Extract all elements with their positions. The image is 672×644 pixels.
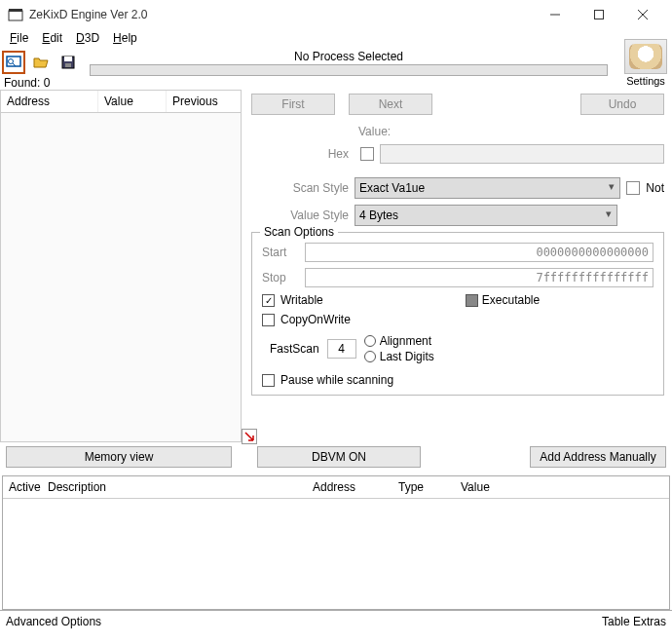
writable-checkbox[interactable] <box>262 294 275 307</box>
maximize-button[interactable] <box>577 0 620 29</box>
svg-rect-10 <box>64 57 72 61</box>
scan-style-select[interactable]: Exact Va1ue <box>355 177 620 199</box>
lastdigits-radio[interactable] <box>364 351 376 362</box>
executable-label: Executable <box>482 293 540 307</box>
toolbar: No Process Selected Settings <box>0 49 672 76</box>
title-bar: ZeKixD Engine Ver 2.0 <box>0 0 672 29</box>
process-label: No Process Selected <box>294 50 403 63</box>
open-file-icon[interactable] <box>29 51 53 74</box>
menu-help[interactable]: Help <box>107 29 143 49</box>
menu-edit[interactable]: Edit <box>36 29 68 49</box>
scan-options-label: Scan Options <box>260 225 338 239</box>
value-style-select[interactable]: 4 Bytes <box>355 205 617 226</box>
svg-point-7 <box>9 59 14 64</box>
scan-options-group: Scan Options Start Stop Writable Executa… <box>251 232 664 396</box>
th-address[interactable]: Address <box>307 476 392 498</box>
writable-label: Writable <box>280 293 323 307</box>
pause-label: Pause while scanning <box>280 373 393 387</box>
lastdigits-label: Last Digits <box>380 350 434 363</box>
first-scan-button[interactable]: First <box>251 94 335 115</box>
undo-scan-button[interactable]: Undo <box>580 94 664 115</box>
copyonwrite-label: CopyOnWrite <box>280 313 351 326</box>
svg-rect-0 <box>9 11 22 20</box>
pause-checkbox[interactable] <box>262 374 275 387</box>
alignment-radio[interactable] <box>364 335 376 347</box>
window-title: ZeKixD Engine Ver 2.0 <box>29 8 147 21</box>
th-description[interactable]: Description <box>42 476 307 498</box>
found-count: Found: 0 <box>0 76 672 90</box>
minimize-button[interactable] <box>533 0 577 29</box>
stop-label: Stop <box>262 271 303 284</box>
menu-bar: File Edit D3D Help <box>0 29 672 49</box>
start-label: Start <box>262 246 303 259</box>
stop-input[interactable] <box>305 268 653 287</box>
fastscan-label: FastScan <box>270 342 319 356</box>
scan-style-label: Scan Style <box>251 181 349 195</box>
value-label: Value: <box>358 125 391 138</box>
not-label: Not <box>646 181 664 195</box>
memory-view-button[interactable]: Memory view <box>6 446 232 468</box>
menu-file[interactable]: File <box>4 29 34 49</box>
th-type[interactable]: Type <box>392 476 455 498</box>
dbvm-button[interactable]: DBVM ON <box>257 446 421 468</box>
hex-checkbox[interactable] <box>360 147 374 161</box>
col-previous[interactable]: Previous <box>167 91 241 112</box>
close-button[interactable] <box>620 0 664 29</box>
col-address[interactable]: Address <box>1 91 98 112</box>
svg-rect-1 <box>9 9 22 12</box>
menu-d3d[interactable]: D3D <box>70 29 105 49</box>
next-scan-button[interactable]: Next <box>349 94 432 115</box>
th-active[interactable]: Active <box>3 476 42 498</box>
svg-rect-3 <box>594 10 603 19</box>
start-input[interactable] <box>305 243 653 262</box>
settings-label[interactable]: Settings <box>626 75 665 87</box>
add-address-button[interactable]: Add Address Manually <box>530 446 666 468</box>
results-body[interactable] <box>0 113 242 442</box>
scan-pane: First Next Undo Value: Hex Scan Style Ex… <box>242 90 672 442</box>
col-value[interactable]: Value <box>98 91 167 112</box>
hex-label: Hex <box>251 147 349 161</box>
progress-bar <box>90 64 608 76</box>
th-value[interactable]: Value <box>455 476 669 498</box>
app-icon <box>8 7 23 22</box>
alignment-label: Alignment <box>380 334 431 348</box>
value-input[interactable] <box>380 144 664 164</box>
not-checkbox[interactable] <box>626 181 640 195</box>
expand-arrow-icon[interactable] <box>242 429 257 444</box>
svg-rect-11 <box>65 63 71 67</box>
table-extras-link[interactable]: Table Extras <box>602 615 666 628</box>
settings-thumbnail[interactable] <box>624 39 667 74</box>
advanced-options-link[interactable]: Advanced Options <box>6 615 101 628</box>
results-pane: Address Value Previous <box>0 90 242 442</box>
address-table-body[interactable] <box>3 499 669 609</box>
copyonwrite-checkbox[interactable] <box>262 314 275 326</box>
results-header: Address Value Previous <box>0 90 242 113</box>
open-process-icon[interactable] <box>2 51 25 74</box>
fastscan-input[interactable] <box>327 339 356 359</box>
save-icon[interactable] <box>56 51 80 74</box>
executable-checkbox[interactable] <box>466 294 478 307</box>
address-table: Active Description Address Type Value <box>2 475 670 610</box>
value-style-label: Value Style <box>251 208 349 222</box>
